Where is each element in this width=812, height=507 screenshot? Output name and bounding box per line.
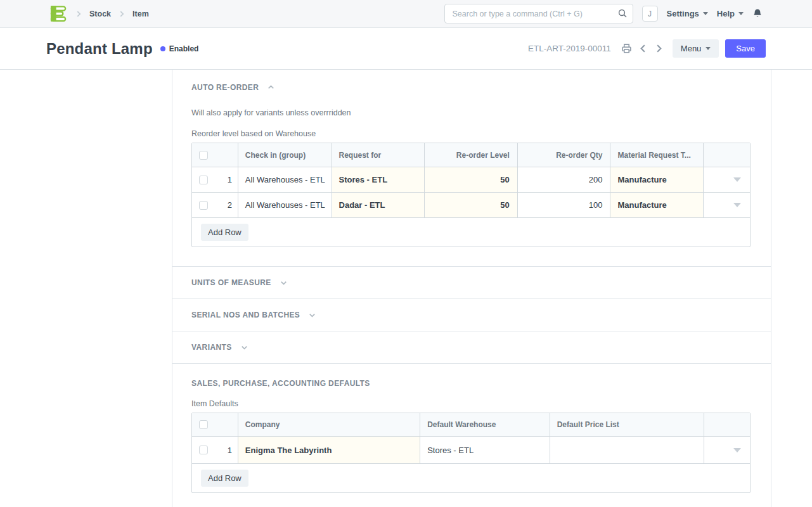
cell-default-warehouse[interactable]: Stores - ETL bbox=[420, 437, 550, 463]
breadcrumb-chevron-icon bbox=[117, 10, 126, 18]
section-sales-purchase-defaults-toggle[interactable]: SALES, PURCHASE, ACCOUNTING DEFAULTS bbox=[191, 379, 752, 388]
page-head: Pendant Lamp Enabled ETL-ART-2019-00011 bbox=[0, 28, 812, 70]
cell-reorder-qty[interactable]: 100 bbox=[517, 193, 610, 217]
row-index[interactable]: 2 bbox=[215, 193, 238, 217]
column-header-material-request-type[interactable]: Material Request T... bbox=[610, 143, 703, 167]
section-units-of-measure: UNITS OF MEASURE bbox=[172, 266, 771, 298]
table-row: 2 All Warehouses - ETL Dadar - ETL 50 10… bbox=[192, 192, 750, 217]
settings-label: Settings bbox=[667, 9, 699, 18]
cell-default-price-list[interactable] bbox=[550, 437, 704, 463]
item-defaults-label: Item Defaults bbox=[191, 399, 752, 408]
cell-reorder-level[interactable]: 50 bbox=[424, 193, 517, 217]
notifications-bell-icon[interactable] bbox=[752, 8, 763, 19]
section-title: SALES, PURCHASE, ACCOUNTING DEFAULTS bbox=[191, 379, 370, 388]
row-expand-button[interactable] bbox=[704, 437, 750, 463]
section-units-of-measure-toggle[interactable]: UNITS OF MEASURE bbox=[191, 278, 288, 288]
status-badge: Enabled bbox=[160, 44, 199, 53]
breadcrumb-chevron-icon bbox=[74, 10, 83, 18]
table-row: 1 Enigma The Labyrinth Stores - ETL bbox=[192, 436, 750, 463]
chevron-down-icon bbox=[307, 311, 317, 320]
cell-check-in[interactable]: All Warehouses - ETL bbox=[238, 193, 332, 217]
settings-menu[interactable]: Settings bbox=[667, 9, 708, 18]
status-label: Enabled bbox=[169, 44, 199, 53]
print-icon[interactable] bbox=[621, 43, 632, 54]
status-dot-icon bbox=[160, 46, 165, 51]
cell-request-for[interactable]: Stores - ETL bbox=[332, 167, 425, 192]
table-row: 1 All Warehouses - ETL Stores - ETL 50 2… bbox=[192, 167, 750, 192]
section-title: AUTO RE-ORDER bbox=[191, 83, 259, 92]
menu-button-label: Menu bbox=[681, 44, 702, 53]
column-header-actions bbox=[703, 143, 750, 167]
chevron-down-icon bbox=[240, 343, 249, 352]
select-all-checkbox[interactable] bbox=[199, 151, 208, 160]
column-header-default-warehouse[interactable]: Default Warehouse bbox=[420, 413, 550, 436]
erpnext-logo-icon bbox=[49, 4, 68, 23]
cell-company[interactable]: Enigma The Labyrinth bbox=[238, 437, 420, 463]
breadcrumb-item[interactable]: Item bbox=[132, 10, 149, 18]
breadcrumb-stock[interactable]: Stock bbox=[89, 10, 111, 18]
save-button[interactable]: Save bbox=[725, 39, 766, 58]
app-logo[interactable] bbox=[49, 4, 68, 23]
column-header-check-in[interactable]: Check in (group) bbox=[238, 143, 332, 167]
chevron-down-icon bbox=[706, 47, 711, 50]
column-header-company[interactable]: Company bbox=[238, 413, 420, 436]
item-defaults-grid-header: Company Default Warehouse Default Price … bbox=[192, 413, 750, 436]
reorder-grid: Check in (group) Request for Re-order Le… bbox=[191, 143, 751, 247]
column-header-reorder-level[interactable]: Re-order Level bbox=[424, 143, 517, 167]
cell-reorder-qty[interactable]: 200 bbox=[517, 167, 610, 192]
row-expand-button[interactable] bbox=[703, 167, 750, 192]
search-input[interactable] bbox=[444, 4, 633, 23]
row-index[interactable]: 1 bbox=[215, 167, 238, 192]
section-serial-nos-batches-toggle[interactable]: SERIAL NOS AND BATCHES bbox=[191, 311, 317, 320]
section-variants: VARIANTS bbox=[172, 331, 771, 363]
chevron-up-icon bbox=[266, 82, 276, 92]
help-label: Help bbox=[717, 9, 735, 18]
next-document-icon[interactable] bbox=[654, 44, 664, 53]
chevron-down-icon bbox=[738, 12, 744, 15]
avatar[interactable]: J bbox=[642, 6, 658, 22]
cell-material-request-type[interactable]: Manufacture bbox=[610, 167, 703, 192]
page-title: Pendant Lamp bbox=[46, 40, 153, 58]
section-serial-nos-batches: SERIAL NOS AND BATCHES bbox=[172, 298, 771, 331]
row-expand-button[interactable] bbox=[703, 193, 750, 217]
row-index-header bbox=[215, 413, 238, 436]
caret-down-icon bbox=[733, 448, 741, 452]
row-checkbox[interactable] bbox=[199, 201, 208, 210]
prev-document-icon[interactable] bbox=[638, 44, 648, 53]
form-body: AUTO RE-ORDER Will also apply for varian… bbox=[172, 70, 771, 507]
caret-down-icon bbox=[733, 177, 741, 182]
reorder-table-label: Reorder level based on Warehouse bbox=[191, 129, 752, 138]
row-index-header bbox=[215, 143, 238, 167]
select-all-checkbox[interactable] bbox=[199, 420, 208, 429]
cell-reorder-level[interactable]: 50 bbox=[424, 167, 517, 192]
chevron-down-icon bbox=[703, 12, 708, 15]
row-index[interactable]: 1 bbox=[215, 437, 238, 463]
column-header-default-price-list[interactable]: Default Price List bbox=[550, 413, 704, 436]
caret-down-icon bbox=[733, 203, 741, 207]
chevron-down-icon bbox=[279, 278, 288, 288]
reorder-grid-header: Check in (group) Request for Re-order Le… bbox=[192, 143, 750, 167]
cell-check-in[interactable]: All Warehouses - ETL bbox=[238, 167, 332, 192]
global-search bbox=[444, 4, 633, 23]
help-menu[interactable]: Help bbox=[717, 9, 744, 18]
cell-request-for[interactable]: Dadar - ETL bbox=[332, 193, 425, 217]
column-header-reorder-qty[interactable]: Re-order Qty bbox=[517, 143, 610, 167]
column-header-actions bbox=[704, 413, 750, 436]
section-auto-reorder: AUTO RE-ORDER Will also apply for varian… bbox=[172, 70, 771, 266]
navbar: Stock Item J Settings Help bbox=[0, 0, 812, 28]
section-title: SERIAL NOS AND BATCHES bbox=[191, 311, 300, 319]
document-id: ETL-ART-2019-00011 bbox=[528, 44, 611, 53]
section-auto-reorder-toggle[interactable]: AUTO RE-ORDER bbox=[191, 82, 752, 92]
search-icon bbox=[617, 8, 628, 21]
add-row-button[interactable]: Add Row bbox=[201, 470, 248, 487]
add-row-button[interactable]: Add Row bbox=[201, 224, 248, 241]
section-variants-toggle[interactable]: VARIANTS bbox=[191, 343, 249, 352]
menu-button[interactable]: Menu bbox=[673, 39, 719, 58]
cell-material-request-type[interactable]: Manufacture bbox=[610, 193, 703, 217]
section-help-text: Will also apply for variants unless over… bbox=[191, 108, 752, 117]
item-defaults-grid: Company Default Warehouse Default Price … bbox=[191, 413, 751, 493]
column-header-request-for[interactable]: Request for bbox=[332, 143, 425, 167]
section-sales-purchase-defaults: SALES, PURCHASE, ACCOUNTING DEFAULTS Ite… bbox=[172, 363, 771, 493]
row-checkbox[interactable] bbox=[199, 446, 208, 454]
row-checkbox[interactable] bbox=[199, 176, 208, 184]
